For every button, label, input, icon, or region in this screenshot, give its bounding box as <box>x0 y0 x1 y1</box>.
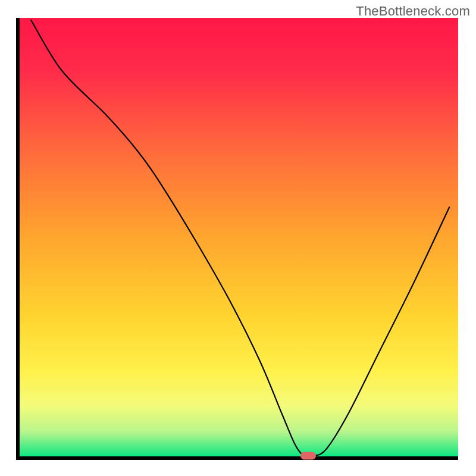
chart-canvas <box>0 0 476 476</box>
watermark: TheBottleneck.com <box>356 4 470 19</box>
optimal-marker <box>300 452 316 460</box>
gradient-background <box>18 18 458 458</box>
